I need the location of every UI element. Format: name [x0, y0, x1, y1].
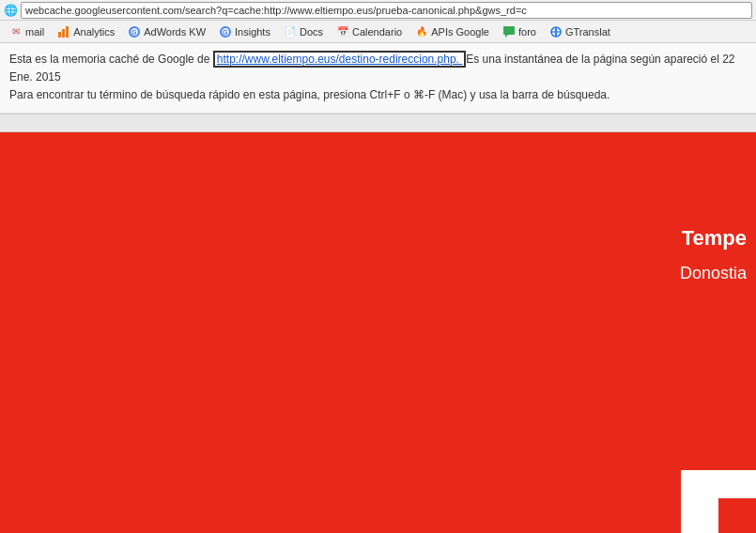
- white-box-overlay: [681, 470, 756, 533]
- gmail-icon: ✉: [9, 25, 23, 38]
- bookmark-gtranslate[interactable]: GTranslat: [544, 23, 616, 41]
- calendario-icon: 📅: [336, 25, 349, 38]
- page-icon: 🌐: [4, 4, 17, 17]
- cache-text-line1: Esta es la memoria caché de Google de ht…: [9, 51, 747, 86]
- svg-rect-1: [62, 29, 65, 38]
- cache-notice: Esta es la memoria caché de Google de ht…: [0, 43, 756, 114]
- cache-prefix: Esta es la memoria caché de Google de: [9, 53, 209, 66]
- bookmark-label-analytics: Analytics: [73, 26, 115, 38]
- red-title: Tempe: [682, 226, 756, 251]
- bookmark-calendario[interactable]: 📅 Calendario: [331, 23, 408, 41]
- red-box-inner: [718, 498, 756, 533]
- bookmark-label-docs: Docs: [300, 26, 323, 38]
- bookmark-insights[interactable]: G Insights: [213, 23, 276, 41]
- foro-icon: [502, 25, 516, 38]
- bookmark-gmail[interactable]: ✉ mail: [4, 23, 50, 41]
- bookmark-label-adwords: AdWords KW: [144, 26, 206, 38]
- adwords-icon: G: [128, 25, 141, 38]
- bookmark-adwords[interactable]: G AdWords KW: [122, 23, 211, 41]
- content-separator: [0, 114, 756, 132]
- bookmark-label-apis: APIs Google: [431, 26, 489, 38]
- bookmark-apis[interactable]: 🔥 APIs Google: [409, 23, 495, 41]
- docs-icon: 📄: [284, 25, 297, 38]
- gtranslate-icon: [549, 25, 563, 38]
- analytics-icon: [57, 25, 70, 38]
- bookmark-label-insights: Insights: [235, 26, 270, 38]
- insights-icon: G: [219, 25, 232, 38]
- bookmark-analytics[interactable]: Analytics: [52, 23, 120, 41]
- red-subtitle: Donostia: [680, 264, 756, 283]
- bookmark-docs[interactable]: 📄 Docs: [278, 23, 329, 41]
- svg-rect-7: [503, 26, 515, 35]
- svg-text:G: G: [223, 29, 228, 36]
- bookmark-label-calendario: Calendario: [352, 26, 402, 38]
- apis-icon: 🔥: [415, 25, 428, 38]
- bookmark-label-gmail: mail: [25, 26, 44, 38]
- svg-marker-8: [505, 35, 508, 38]
- svg-rect-2: [66, 26, 69, 38]
- red-content-area: Tempe Donostia: [0, 132, 756, 533]
- address-input[interactable]: [21, 2, 752, 19]
- bookmarks-bar: ✉ mail Analytics G AdWords KW G Insights…: [0, 21, 756, 43]
- cache-url-link[interactable]: http://www.eltiempo.eus/destino-redirecc…: [213, 51, 466, 68]
- address-bar: 🌐: [0, 0, 756, 21]
- bookmark-label-foro: foro: [518, 26, 536, 38]
- bookmark-label-gtranslate: GTranslat: [565, 26, 610, 38]
- svg-text:G: G: [131, 29, 137, 36]
- bookmark-foro[interactable]: foro: [497, 23, 542, 41]
- cache-text-line2: Para encontrar tu término de búsqueda rá…: [9, 86, 747, 104]
- svg-rect-0: [58, 32, 61, 38]
